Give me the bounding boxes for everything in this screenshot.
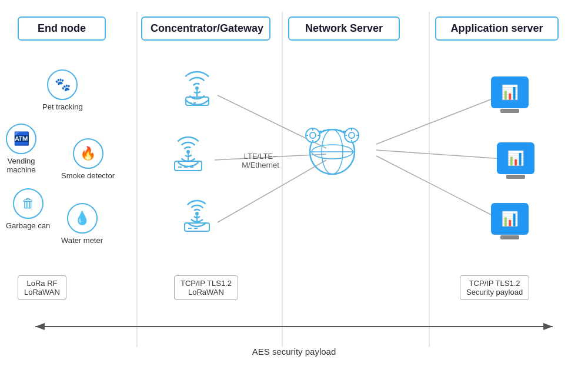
- header-network: Network Server: [288, 16, 400, 41]
- vending-icon: 🏧: [6, 124, 36, 154]
- app-server-1: 📊: [491, 76, 529, 108]
- protocol-appserver: TCP/IP TLS1.2 Security payload: [460, 275, 529, 300]
- water-label: Water meter: [61, 236, 103, 245]
- header-gateway: Concentrator/Gateway: [141, 16, 270, 41]
- pet-label: Pet tracking: [42, 102, 83, 111]
- svg-point-21: [186, 150, 190, 154]
- diagram-container: End node Concentrator/Gateway Network Se…: [0, 0, 588, 373]
- svg-line-7: [376, 150, 503, 159]
- network-globe: [300, 118, 365, 185]
- water-icon: 💧: [67, 203, 98, 234]
- svg-point-13: [195, 86, 199, 90]
- end-node-pet: 🐾 Pet tracking: [42, 69, 83, 111]
- end-node-water: 💧 Water meter: [61, 203, 103, 245]
- end-node-vending: 🏧 Vendingmachine: [6, 124, 36, 174]
- aes-label: AES security payload: [0, 347, 588, 357]
- garbage-label: Garbage can: [6, 221, 50, 230]
- pet-icon: 🐾: [47, 69, 78, 100]
- gateway-3: [175, 197, 219, 241]
- connections-svg: [0, 0, 588, 373]
- smoke-label: Smoke detector: [61, 171, 115, 180]
- svg-line-6: [376, 97, 497, 144]
- gateway-1: [175, 68, 219, 111]
- app-server-3: 📊: [491, 203, 529, 235]
- end-node-garbage: 🗑 Garbage can: [6, 188, 50, 230]
- gateway-2: [166, 134, 213, 178]
- end-node-smoke: 🔥 Smoke detector: [61, 138, 115, 180]
- garbage-icon: 🗑: [13, 188, 44, 219]
- smoke-icon: 🔥: [73, 138, 103, 169]
- header-appserver: Application server: [435, 16, 559, 41]
- vending-label: Vendingmachine: [6, 156, 35, 174]
- app-server-2: 📊: [497, 142, 534, 174]
- header-endnode: End node: [18, 16, 106, 41]
- protocol-gateway: TCP/IP TLS1.2 LoRaWAN: [174, 275, 238, 300]
- svg-line-8: [376, 156, 497, 218]
- protocol-endnode: LoRa RF LoRaWAN: [18, 275, 66, 300]
- svg-point-30: [195, 212, 199, 215]
- lte-label: LTE/LTE–M/Ethernet: [228, 152, 293, 169]
